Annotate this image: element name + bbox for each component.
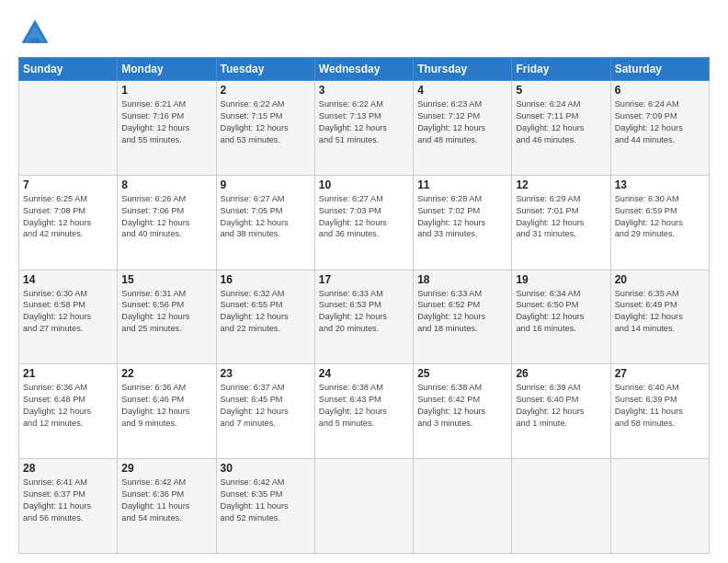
day-info: Sunrise: 6:24 AM Sunset: 7:11 PM Dayligh… bbox=[516, 98, 606, 146]
calendar-cell: 26Sunrise: 6:39 AM Sunset: 6:40 PM Dayli… bbox=[512, 364, 610, 459]
calendar-cell: 15Sunrise: 6:31 AM Sunset: 6:56 PM Dayli… bbox=[118, 270, 216, 364]
calendar-cell bbox=[512, 459, 610, 554]
day-info: Sunrise: 6:32 AM Sunset: 6:55 PM Dayligh… bbox=[221, 288, 311, 336]
weekday-header-thursday: Thursday bbox=[414, 58, 512, 81]
calendar-table: SundayMondayTuesdayWednesdayThursdayFrid… bbox=[18, 57, 710, 554]
calendar-cell bbox=[610, 459, 709, 554]
day-info: Sunrise: 6:25 AM Sunset: 7:08 PM Dayligh… bbox=[23, 193, 113, 241]
day-number: 24 bbox=[319, 367, 409, 380]
day-info: Sunrise: 6:29 AM Sunset: 7:01 PM Dayligh… bbox=[516, 193, 606, 241]
day-number: 22 bbox=[121, 367, 211, 380]
day-number: 10 bbox=[319, 178, 409, 191]
calendar-cell: 14Sunrise: 6:30 AM Sunset: 6:58 PM Dayli… bbox=[19, 270, 118, 364]
day-number: 5 bbox=[516, 84, 606, 97]
day-info: Sunrise: 6:26 AM Sunset: 7:06 PM Dayligh… bbox=[121, 193, 211, 241]
day-info: Sunrise: 6:42 AM Sunset: 6:35 PM Dayligh… bbox=[221, 477, 311, 524]
day-info: Sunrise: 6:33 AM Sunset: 6:52 PM Dayligh… bbox=[417, 288, 507, 336]
weekday-header-sunday: Sunday bbox=[19, 58, 118, 81]
day-number: 16 bbox=[221, 273, 311, 286]
day-info: Sunrise: 6:23 AM Sunset: 7:12 PM Dayligh… bbox=[417, 98, 507, 146]
day-info: Sunrise: 6:39 AM Sunset: 6:40 PM Dayligh… bbox=[516, 382, 606, 430]
weekday-header-saturday: Saturday bbox=[610, 58, 709, 81]
day-info: Sunrise: 6:21 AM Sunset: 7:16 PM Dayligh… bbox=[121, 98, 211, 146]
calendar-cell: 22Sunrise: 6:36 AM Sunset: 6:46 PM Dayli… bbox=[118, 364, 216, 459]
calendar-cell: 23Sunrise: 6:37 AM Sunset: 6:45 PM Dayli… bbox=[216, 364, 314, 459]
calendar-cell: 6Sunrise: 6:24 AM Sunset: 7:09 PM Daylig… bbox=[610, 81, 709, 176]
day-info: Sunrise: 6:35 AM Sunset: 6:49 PM Dayligh… bbox=[615, 288, 705, 336]
calendar-week-row: 21Sunrise: 6:36 AM Sunset: 6:48 PM Dayli… bbox=[19, 364, 710, 459]
weekday-header-row: SundayMondayTuesdayWednesdayThursdayFrid… bbox=[19, 58, 710, 81]
day-info: Sunrise: 6:40 AM Sunset: 6:39 PM Dayligh… bbox=[615, 382, 705, 430]
day-info: Sunrise: 6:30 AM Sunset: 6:58 PM Dayligh… bbox=[23, 288, 113, 336]
calendar-cell: 8Sunrise: 6:26 AM Sunset: 7:06 PM Daylig… bbox=[118, 175, 216, 270]
day-info: Sunrise: 6:38 AM Sunset: 6:42 PM Dayligh… bbox=[417, 382, 507, 430]
page: SundayMondayTuesdayWednesdayThursdayFrid… bbox=[0, 0, 728, 563]
weekday-header-monday: Monday bbox=[118, 58, 216, 81]
weekday-header-wednesday: Wednesday bbox=[314, 58, 413, 81]
calendar-cell: 12Sunrise: 6:29 AM Sunset: 7:01 PM Dayli… bbox=[512, 175, 610, 270]
calendar-cell: 4Sunrise: 6:23 AM Sunset: 7:12 PM Daylig… bbox=[414, 81, 512, 176]
day-number: 12 bbox=[516, 178, 606, 191]
day-number: 28 bbox=[23, 462, 113, 475]
day-info: Sunrise: 6:30 AM Sunset: 6:59 PM Dayligh… bbox=[615, 193, 705, 241]
day-number: 14 bbox=[23, 273, 113, 286]
day-number: 17 bbox=[319, 273, 409, 286]
day-number: 30 bbox=[221, 462, 311, 475]
day-number: 23 bbox=[221, 367, 311, 380]
calendar-cell: 13Sunrise: 6:30 AM Sunset: 6:59 PM Dayli… bbox=[610, 175, 709, 270]
day-info: Sunrise: 6:37 AM Sunset: 6:45 PM Dayligh… bbox=[221, 382, 311, 430]
day-number: 13 bbox=[615, 178, 705, 191]
day-info: Sunrise: 6:36 AM Sunset: 6:46 PM Dayligh… bbox=[121, 382, 211, 430]
calendar-cell: 18Sunrise: 6:33 AM Sunset: 6:52 PM Dayli… bbox=[414, 270, 512, 364]
day-info: Sunrise: 6:22 AM Sunset: 7:13 PM Dayligh… bbox=[319, 98, 409, 146]
day-number: 25 bbox=[417, 367, 507, 380]
day-info: Sunrise: 6:27 AM Sunset: 7:03 PM Dayligh… bbox=[319, 193, 409, 241]
day-number: 19 bbox=[516, 273, 606, 286]
day-number: 8 bbox=[121, 178, 211, 191]
calendar-cell: 24Sunrise: 6:38 AM Sunset: 6:43 PM Dayli… bbox=[314, 364, 413, 459]
day-info: Sunrise: 6:36 AM Sunset: 6:48 PM Dayligh… bbox=[23, 382, 113, 430]
calendar-cell: 7Sunrise: 6:25 AM Sunset: 7:08 PM Daylig… bbox=[19, 175, 118, 270]
day-number: 2 bbox=[221, 84, 311, 97]
calendar-cell: 5Sunrise: 6:24 AM Sunset: 7:11 PM Daylig… bbox=[512, 81, 610, 176]
day-info: Sunrise: 6:22 AM Sunset: 7:15 PM Dayligh… bbox=[221, 98, 311, 146]
calendar-cell: 11Sunrise: 6:28 AM Sunset: 7:02 PM Dayli… bbox=[414, 175, 512, 270]
day-number: 18 bbox=[417, 273, 507, 286]
header bbox=[18, 17, 710, 50]
calendar-cell: 10Sunrise: 6:27 AM Sunset: 7:03 PM Dayli… bbox=[314, 175, 413, 270]
day-number: 29 bbox=[121, 462, 211, 475]
calendar-cell: 30Sunrise: 6:42 AM Sunset: 6:35 PM Dayli… bbox=[216, 459, 314, 554]
weekday-header-friday: Friday bbox=[512, 58, 610, 81]
day-info: Sunrise: 6:33 AM Sunset: 6:53 PM Dayligh… bbox=[319, 288, 409, 336]
day-info: Sunrise: 6:28 AM Sunset: 7:02 PM Dayligh… bbox=[417, 193, 507, 241]
calendar-week-row: 1Sunrise: 6:21 AM Sunset: 7:16 PM Daylig… bbox=[19, 81, 710, 176]
calendar-week-row: 7Sunrise: 6:25 AM Sunset: 7:08 PM Daylig… bbox=[19, 175, 710, 270]
day-number: 20 bbox=[615, 273, 705, 286]
day-number: 6 bbox=[615, 84, 705, 97]
calendar-cell: 16Sunrise: 6:32 AM Sunset: 6:55 PM Dayli… bbox=[216, 270, 314, 364]
logo bbox=[18, 17, 57, 50]
generalblue-logo-icon bbox=[18, 17, 51, 50]
day-number: 27 bbox=[615, 367, 705, 380]
calendar-cell: 20Sunrise: 6:35 AM Sunset: 6:49 PM Dayli… bbox=[610, 270, 709, 364]
day-info: Sunrise: 6:42 AM Sunset: 6:36 PM Dayligh… bbox=[121, 477, 211, 524]
day-number: 21 bbox=[23, 367, 113, 380]
calendar-cell: 1Sunrise: 6:21 AM Sunset: 7:16 PM Daylig… bbox=[118, 81, 216, 176]
day-info: Sunrise: 6:24 AM Sunset: 7:09 PM Dayligh… bbox=[615, 98, 705, 146]
calendar-week-row: 28Sunrise: 6:41 AM Sunset: 6:37 PM Dayli… bbox=[19, 459, 710, 554]
calendar-cell: 27Sunrise: 6:40 AM Sunset: 6:39 PM Dayli… bbox=[610, 364, 709, 459]
svg-rect-2 bbox=[30, 38, 40, 42]
calendar-cell: 25Sunrise: 6:38 AM Sunset: 6:42 PM Dayli… bbox=[414, 364, 512, 459]
day-number: 11 bbox=[417, 178, 507, 191]
weekday-header-tuesday: Tuesday bbox=[216, 58, 314, 81]
day-number: 7 bbox=[23, 178, 113, 191]
calendar-cell bbox=[314, 459, 413, 554]
calendar-cell: 9Sunrise: 6:27 AM Sunset: 7:05 PM Daylig… bbox=[216, 175, 314, 270]
day-info: Sunrise: 6:38 AM Sunset: 6:43 PM Dayligh… bbox=[319, 382, 409, 430]
day-info: Sunrise: 6:27 AM Sunset: 7:05 PM Dayligh… bbox=[221, 193, 311, 241]
day-number: 3 bbox=[319, 84, 409, 97]
calendar-cell: 19Sunrise: 6:34 AM Sunset: 6:50 PM Dayli… bbox=[512, 270, 610, 364]
day-number: 15 bbox=[121, 273, 211, 286]
calendar-cell: 29Sunrise: 6:42 AM Sunset: 6:36 PM Dayli… bbox=[118, 459, 216, 554]
calendar-cell: 3Sunrise: 6:22 AM Sunset: 7:13 PM Daylig… bbox=[314, 81, 413, 176]
